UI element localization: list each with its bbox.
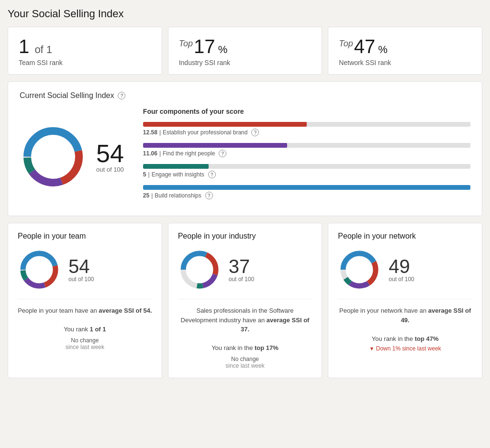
build-bar-label: 25 | Build relationships ? bbox=[143, 192, 470, 199]
network-rank-card: Top47 % Network SSI rank bbox=[328, 27, 482, 75]
industry-score-label: out of 100 bbox=[229, 276, 254, 283]
ssi-help-icon[interactable]: ? bbox=[118, 92, 125, 99]
find-label-text: Find the right people bbox=[163, 150, 215, 157]
build-separator: | bbox=[151, 192, 153, 199]
industry-card-main: 37 out of 100 bbox=[178, 248, 312, 291]
ssi-card-title-text: Current Social Selling Index bbox=[20, 91, 114, 100]
network-change-text: Down 1% bbox=[376, 345, 401, 352]
team-card: People in your team 54 out of 100 People… bbox=[8, 223, 162, 378]
network-card-main: 49 out of 100 bbox=[338, 248, 472, 291]
find-bar-label: 11.06 | Find the right people ? bbox=[143, 150, 470, 157]
network-card-desc: People in your network have an average S… bbox=[338, 299, 472, 343]
engage-label-text: Engage with insights bbox=[152, 171, 204, 178]
ssi-score-label: out of 100 bbox=[96, 166, 124, 173]
network-rank-label: Network SSI rank bbox=[339, 59, 471, 66]
build-label-text: Build relationships bbox=[155, 192, 201, 199]
component-build: 25 | Build relationships ? bbox=[143, 185, 470, 199]
find-bar-fill bbox=[143, 143, 287, 148]
team-rank-of: of 1 bbox=[34, 44, 52, 55]
industry-rank-pct: % bbox=[215, 44, 228, 55]
brand-score: 12.58 bbox=[143, 129, 157, 136]
network-score-label: out of 100 bbox=[389, 276, 414, 283]
brand-help-icon[interactable]: ? bbox=[251, 129, 259, 136]
industry-rank-card: Top17 % Industry SSI rank bbox=[168, 27, 323, 75]
team-score: 54 out of 100 bbox=[68, 257, 94, 283]
network-donut-chart bbox=[338, 248, 381, 291]
engage-separator: | bbox=[148, 171, 150, 178]
industry-card-desc: Sales professionals in the Software Deve… bbox=[178, 299, 312, 353]
engage-bar-fill bbox=[143, 164, 209, 169]
network-desc-bold2: top 47% bbox=[415, 335, 439, 342]
industry-card-title: People in your industry bbox=[178, 232, 312, 240]
team-desc-bold2: 1 of 1 bbox=[90, 326, 106, 333]
network-card: People in your network 49 out of 100 Peo… bbox=[328, 223, 482, 378]
engage-help-icon[interactable]: ? bbox=[208, 171, 216, 178]
main-donut-score: 54 out of 100 bbox=[96, 141, 124, 173]
network-change-suffix: since last week bbox=[402, 345, 441, 352]
ssi-score-number: 54 bbox=[96, 141, 124, 166]
engage-bar-label: 5 | Engage with insights ? bbox=[143, 171, 470, 178]
brand-bar-fill bbox=[143, 122, 307, 127]
team-rank-value: 1 bbox=[19, 36, 29, 57]
industry-score: 37 out of 100 bbox=[229, 257, 254, 283]
component-brand: 12.58 | Establish your professional bran… bbox=[143, 122, 470, 136]
ssi-main-card: Current Social Selling Index ? bbox=[8, 81, 482, 216]
industry-rank-label: Industry SSI rank bbox=[179, 59, 312, 66]
ssi-card-title-row: Current Social Selling Index ? bbox=[20, 91, 470, 100]
build-help-icon[interactable]: ? bbox=[205, 192, 213, 199]
team-donut-chart bbox=[18, 248, 61, 291]
components-section: Four components of your score 12.58 | Es… bbox=[143, 108, 470, 206]
industry-desc-bold2: top 17% bbox=[255, 344, 278, 351]
components-title: Four components of your score bbox=[143, 108, 470, 115]
network-rank-pct: % bbox=[375, 44, 388, 55]
component-find: 11.06 | Find the right people ? bbox=[143, 143, 470, 157]
team-rank-label: Team SSI rank bbox=[19, 59, 151, 66]
industry-donut-chart bbox=[178, 248, 221, 291]
build-score: 25 bbox=[143, 192, 149, 199]
team-change-suffix: since last week bbox=[18, 344, 152, 350]
network-score-num: 49 bbox=[389, 257, 414, 276]
page-container: Your Social Selling Index 1 of 1 Team SS… bbox=[8, 8, 482, 378]
network-rank-value: 47 bbox=[354, 36, 376, 57]
donut-section: 54 out of 100 bbox=[20, 123, 124, 190]
industry-rank-number: Top17 % bbox=[179, 36, 312, 57]
bottom-cards-row: People in your team 54 out of 100 People… bbox=[8, 223, 482, 378]
brand-bar-track bbox=[143, 122, 470, 127]
team-card-desc: People in your team have an average SSI … bbox=[18, 299, 152, 334]
network-rank-sup: Top bbox=[339, 39, 353, 48]
find-help-icon[interactable]: ? bbox=[219, 150, 226, 157]
down-arrow-icon: ▼ bbox=[369, 346, 375, 351]
team-rank-number: 1 of 1 bbox=[19, 36, 151, 57]
build-bar-track bbox=[143, 185, 470, 190]
brand-bar-label: 12.58 | Establish your professional bran… bbox=[143, 129, 470, 136]
brand-label-text: Establish your professional brand bbox=[163, 129, 247, 136]
team-score-num: 54 bbox=[68, 257, 94, 276]
page-title: Your Social Selling Index bbox=[8, 8, 482, 20]
component-engage: 5 | Engage with insights ? bbox=[143, 164, 470, 178]
industry-rank-value: 17 bbox=[194, 36, 215, 57]
network-down-change: ▼ Down 1% since last week bbox=[338, 345, 472, 352]
build-bar-fill bbox=[143, 185, 470, 190]
network-desc-line1: People in your network have an bbox=[339, 307, 428, 314]
team-card-main: 54 out of 100 bbox=[18, 248, 152, 291]
industry-no-change: No change bbox=[178, 356, 312, 362]
rank-cards-row: 1 of 1 Team SSI rank Top17 % Industry SS… bbox=[8, 27, 482, 75]
team-desc-line1: People in your team have an bbox=[18, 307, 99, 314]
find-separator: | bbox=[159, 150, 161, 157]
team-desc-bold1: average SSI of 54. bbox=[99, 307, 152, 314]
team-rank-card: 1 of 1 Team SSI rank bbox=[8, 27, 162, 75]
team-card-title: People in your team bbox=[18, 232, 152, 240]
engage-bar-track bbox=[143, 164, 470, 169]
main-donut-chart bbox=[20, 123, 87, 190]
industry-card: People in your industry 37 out of 100 Sa… bbox=[168, 223, 323, 378]
network-desc-line2: You rank in the bbox=[372, 335, 415, 342]
brand-separator: | bbox=[159, 129, 161, 136]
industry-rank-sup: Top bbox=[179, 39, 193, 48]
team-score-label: out of 100 bbox=[68, 276, 94, 283]
team-desc-line2: You rank bbox=[64, 326, 89, 333]
industry-change-suffix: since last week bbox=[178, 362, 312, 369]
network-score: 49 out of 100 bbox=[389, 257, 414, 283]
industry-desc-line2: You rank in the bbox=[212, 344, 255, 351]
network-card-title: People in your network bbox=[338, 232, 472, 240]
ssi-content: 54 out of 100 Four components of your sc… bbox=[20, 108, 470, 206]
